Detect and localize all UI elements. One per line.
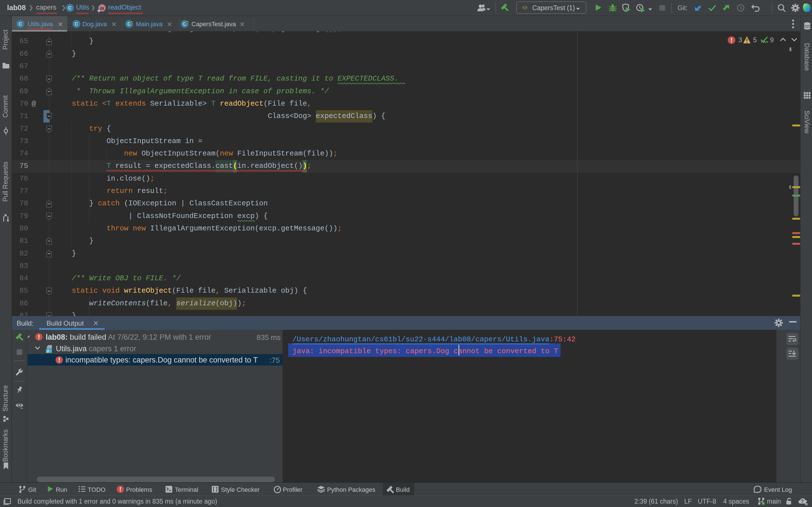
svg-text:J: J [47,349,49,353]
svg-text:?: ? [801,499,804,504]
svg-text:C: C [128,21,131,27]
svg-text:C: C [75,21,78,27]
svg-text:C: C [68,5,71,11]
svg-text:C: C [18,21,22,27]
svg-text:m: m [100,6,104,11]
